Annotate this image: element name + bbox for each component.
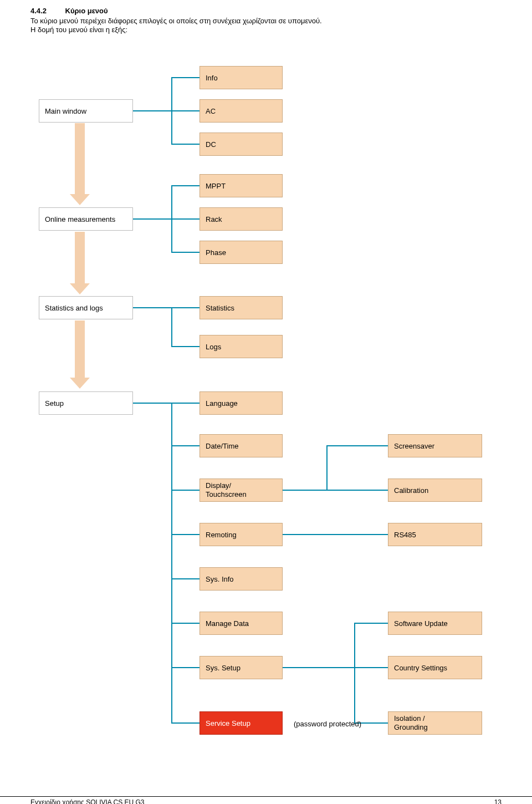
page-footer: Εγχειρίδιο χρήσης SOLIVIA CS EU G3 13: [0, 796, 532, 798]
node-manage-data: Manage Data: [200, 612, 283, 635]
node-isolation-grounding: Isolation / Grounding: [388, 711, 482, 735]
node-software-update: Software Update: [388, 612, 482, 635]
flow-arrow-icon: [75, 123, 85, 195]
node-online-measurements: Online measurements: [39, 207, 133, 231]
flow-arrow-icon: [75, 320, 85, 379]
node-remoting: Remoting: [200, 523, 283, 546]
node-screensaver: Screensaver: [388, 434, 482, 457]
node-ac: AC: [200, 99, 283, 123]
node-phase: Phase: [200, 241, 283, 264]
node-dc: DC: [200, 133, 283, 156]
node-date-time: Date/Time: [200, 434, 283, 457]
node-rack: Rack: [200, 207, 283, 231]
node-language: Language: [200, 391, 283, 415]
node-setup: Setup: [39, 391, 133, 415]
node-main-window: Main window: [39, 99, 133, 123]
node-statistics-and-logs: Statistics and logs: [39, 296, 133, 319]
node-sys-setup: Sys. Setup: [200, 656, 283, 679]
node-rs485: RS485: [388, 523, 482, 546]
node-mppt: MPPT: [200, 174, 283, 197]
password-protected-note: (password protected): [294, 720, 361, 728]
node-country-settings: Country Settings: [388, 656, 482, 679]
node-sys-info: Sys. Info: [200, 567, 283, 591]
node-statistics: Statistics: [200, 296, 283, 319]
footer-page-number: 13: [494, 798, 502, 804]
node-service-setup: Service Setup: [200, 711, 283, 735]
flow-arrow-icon: [75, 232, 85, 284]
node-calibration: Calibration: [388, 479, 482, 502]
node-logs: Logs: [200, 335, 283, 358]
footer-left: Εγχειρίδιο χρήσης SOLIVIA CS EU G3: [30, 798, 145, 804]
node-info: Info: [200, 66, 283, 89]
node-display-touchscreen: Display/ Touchscreen: [200, 479, 283, 502]
